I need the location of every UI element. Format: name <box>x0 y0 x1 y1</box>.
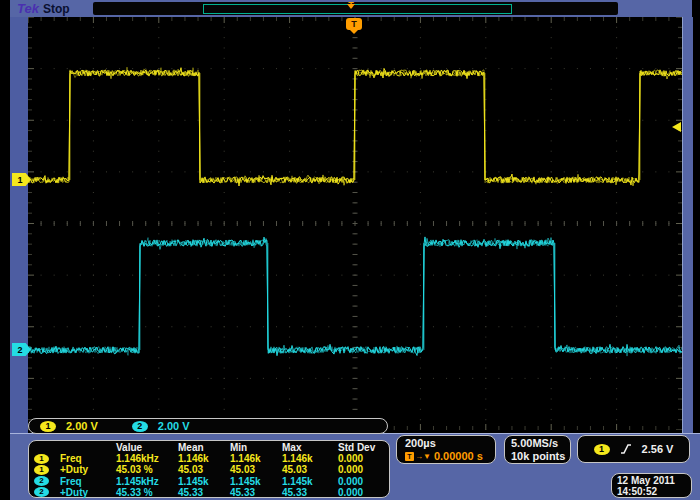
measurement-name: +Duty <box>60 487 116 498</box>
measurement-max: 45.33 <box>282 487 338 498</box>
col-header-value: Value <box>116 442 178 453</box>
trigger-readout[interactable]: 1 2.56 V <box>577 435 690 463</box>
channel2-badge: 2 <box>132 421 148 432</box>
graticule-grid <box>28 17 682 430</box>
channel1-badge: 1 <box>40 421 56 432</box>
measurement-max: 45.03 <box>282 464 338 475</box>
measurements-grid: Value Mean Min Max Std Dev 1Freq1.146kHz… <box>34 442 389 498</box>
timebase-scale: 200µs <box>405 437 495 450</box>
col-header-max: Max <box>282 442 338 453</box>
trigger-position-readout: T→▼ 0.00000 s <box>405 450 495 463</box>
measurement-min: 1.146k <box>230 453 282 464</box>
sample-rate: 5.00MS/s <box>511 437 570 450</box>
left-bezel-strip <box>10 17 28 433</box>
top-status-bar: Tek Stop T <box>10 0 692 17</box>
measurement-name: Freq <box>60 476 116 487</box>
trigger-position-value: 0.00000 s <box>434 450 483 463</box>
measurement-row-channel-badge: 1 <box>34 453 60 464</box>
measurement-stddev: 0.000 <box>338 476 389 487</box>
datetime-readout: 12 May 2011 14:50:52 <box>611 473 692 498</box>
measurements-table: Value Mean Min Max Std Dev 1Freq1.146kHz… <box>28 440 390 498</box>
measurement-min: 1.145k <box>230 476 282 487</box>
timebase-readout[interactable]: 200µs T→▼ 0.00000 s <box>396 435 496 464</box>
measurement-value: 1.145kHz <box>116 476 178 487</box>
tek-logo: Tek <box>17 1 39 16</box>
measurement-min: 45.33 <box>230 487 282 498</box>
trigger-level-arrow-icon[interactable] <box>672 122 681 132</box>
measurement-mean: 45.03 <box>178 464 230 475</box>
measurement-min: 45.03 <box>230 464 282 475</box>
date-value: 12 May 2011 <box>617 475 691 486</box>
measurement-stddev: 0.000 <box>338 464 389 475</box>
measurement-value: 45.03 % <box>116 464 178 475</box>
measurement-max: 1.146k <box>282 453 338 464</box>
col-header-mean: Mean <box>178 442 230 453</box>
trigger-position-flag-icon[interactable]: T <box>346 18 362 30</box>
channel-scale-bar[interactable]: 1 2.00 V 2 2.00 V <box>28 418 388 434</box>
channel1-scale: 2.00 V <box>66 420 98 432</box>
right-bezel-strip <box>682 17 693 433</box>
waveform-graticule[interactable] <box>28 17 682 430</box>
measurement-value: 1.146kHz <box>116 453 178 464</box>
oscilloscope-screen: Tek Stop T T 1 2 1 2.00 V 2 2.00 V Value… <box>0 0 700 500</box>
measurement-max: 1.145k <box>282 476 338 487</box>
trigger-level-value: 2.56 V <box>642 443 674 455</box>
acquisition-readout[interactable]: 5.00MS/s 10k points <box>504 435 571 464</box>
acquisition-status[interactable]: Stop <box>43 2 70 16</box>
channel2-scale: 2.00 V <box>158 420 190 432</box>
measurement-mean: 45.33 <box>178 487 230 498</box>
measurement-row-channel-badge: 1 <box>34 464 60 475</box>
trigger-source-badge: 1 <box>594 444 610 455</box>
trigger-position-icon: T→▼ <box>405 450 431 463</box>
record-view-bar[interactable]: T <box>93 2 618 15</box>
record-length: 10k points <box>511 450 570 463</box>
measurement-row-channel-badge: 2 <box>34 476 60 487</box>
time-value: 14:50:52 <box>617 486 691 497</box>
rising-edge-icon <box>619 442 633 456</box>
measurement-row-channel-badge: 2 <box>34 487 60 498</box>
measurement-name: +Duty <box>60 464 116 475</box>
measurement-mean: 1.145k <box>178 476 230 487</box>
col-header-stddev: Std Dev <box>338 442 389 453</box>
measurement-value: 45.33 % <box>116 487 178 498</box>
measurement-stddev: 0.000 <box>338 487 389 498</box>
record-trigger-position-icon: T <box>344 1 358 16</box>
col-header-min: Min <box>230 442 282 453</box>
measurement-mean: 1.146k <box>178 453 230 464</box>
measurement-stddev: 0.000 <box>338 453 389 464</box>
measurement-name: Freq <box>60 453 116 464</box>
